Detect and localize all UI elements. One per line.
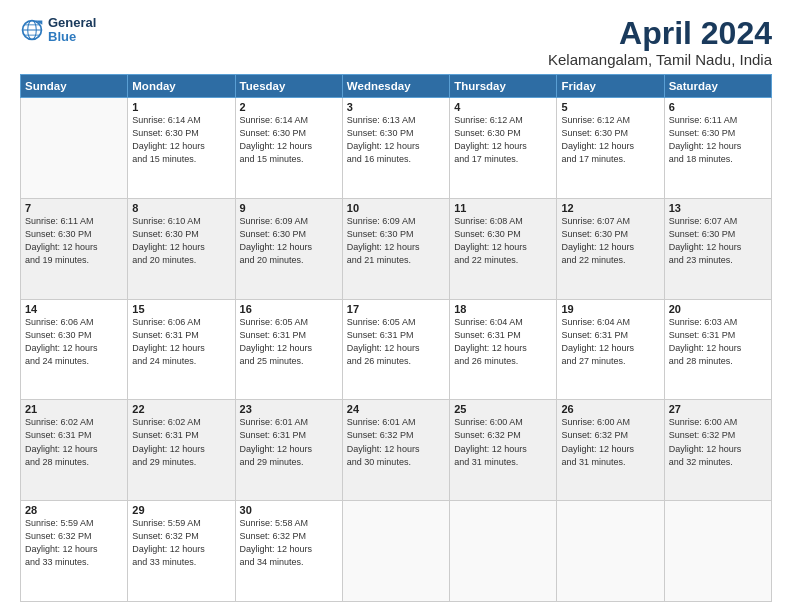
logo-line1: General [48,16,96,30]
day-info: Sunrise: 6:01 AM Sunset: 6:31 PM Dayligh… [240,416,338,468]
main-title: April 2024 [548,16,772,51]
day-number: 5 [561,101,659,113]
table-row [342,501,449,602]
table-row: 19Sunrise: 6:04 AM Sunset: 6:31 PM Dayli… [557,299,664,400]
day-info: Sunrise: 6:13 AM Sunset: 6:30 PM Dayligh… [347,114,445,166]
day-info: Sunrise: 6:09 AM Sunset: 6:30 PM Dayligh… [240,215,338,267]
header: General Blue April 2024 Kelamangalam, Ta… [20,16,772,68]
col-thursday: Thursday [450,75,557,98]
day-info: Sunrise: 5:59 AM Sunset: 6:32 PM Dayligh… [25,517,123,569]
table-row: 1Sunrise: 6:14 AM Sunset: 6:30 PM Daylig… [128,98,235,199]
day-number: 3 [347,101,445,113]
day-info: Sunrise: 6:11 AM Sunset: 6:30 PM Dayligh… [25,215,123,267]
table-row: 21Sunrise: 6:02 AM Sunset: 6:31 PM Dayli… [21,400,128,501]
table-row: 29Sunrise: 5:59 AM Sunset: 6:32 PM Dayli… [128,501,235,602]
table-row: 3Sunrise: 6:13 AM Sunset: 6:30 PM Daylig… [342,98,449,199]
table-row: 14Sunrise: 6:06 AM Sunset: 6:30 PM Dayli… [21,299,128,400]
day-number: 8 [132,202,230,214]
day-info: Sunrise: 6:04 AM Sunset: 6:31 PM Dayligh… [454,316,552,368]
day-number: 2 [240,101,338,113]
table-row [450,501,557,602]
table-row: 23Sunrise: 6:01 AM Sunset: 6:31 PM Dayli… [235,400,342,501]
day-number: 11 [454,202,552,214]
table-row [21,98,128,199]
day-number: 4 [454,101,552,113]
day-info: Sunrise: 6:07 AM Sunset: 6:30 PM Dayligh… [669,215,767,267]
week-row-5: 28Sunrise: 5:59 AM Sunset: 6:32 PM Dayli… [21,501,772,602]
day-number: 20 [669,303,767,315]
col-sunday: Sunday [21,75,128,98]
day-info: Sunrise: 6:12 AM Sunset: 6:30 PM Dayligh… [561,114,659,166]
table-row [557,501,664,602]
day-number: 1 [132,101,230,113]
day-number: 30 [240,504,338,516]
day-info: Sunrise: 6:06 AM Sunset: 6:31 PM Dayligh… [132,316,230,368]
day-number: 25 [454,403,552,415]
day-info: Sunrise: 6:10 AM Sunset: 6:30 PM Dayligh… [132,215,230,267]
logo: General Blue [20,16,96,45]
logo-line2: Blue [48,30,96,44]
table-row: 13Sunrise: 6:07 AM Sunset: 6:30 PM Dayli… [664,198,771,299]
table-row: 25Sunrise: 6:00 AM Sunset: 6:32 PM Dayli… [450,400,557,501]
col-wednesday: Wednesday [342,75,449,98]
day-number: 21 [25,403,123,415]
subtitle: Kelamangalam, Tamil Nadu, India [548,51,772,68]
day-number: 27 [669,403,767,415]
day-info: Sunrise: 6:00 AM Sunset: 6:32 PM Dayligh… [454,416,552,468]
day-number: 14 [25,303,123,315]
day-info: Sunrise: 6:12 AM Sunset: 6:30 PM Dayligh… [454,114,552,166]
logo-icon [20,18,44,42]
week-row-3: 14Sunrise: 6:06 AM Sunset: 6:30 PM Dayli… [21,299,772,400]
day-info: Sunrise: 6:01 AM Sunset: 6:32 PM Dayligh… [347,416,445,468]
day-info: Sunrise: 6:09 AM Sunset: 6:30 PM Dayligh… [347,215,445,267]
col-tuesday: Tuesday [235,75,342,98]
day-info: Sunrise: 6:04 AM Sunset: 6:31 PM Dayligh… [561,316,659,368]
day-info: Sunrise: 5:59 AM Sunset: 6:32 PM Dayligh… [132,517,230,569]
table-row: 15Sunrise: 6:06 AM Sunset: 6:31 PM Dayli… [128,299,235,400]
table-row: 10Sunrise: 6:09 AM Sunset: 6:30 PM Dayli… [342,198,449,299]
day-info: Sunrise: 6:07 AM Sunset: 6:30 PM Dayligh… [561,215,659,267]
day-info: Sunrise: 6:00 AM Sunset: 6:32 PM Dayligh… [669,416,767,468]
day-info: Sunrise: 6:05 AM Sunset: 6:31 PM Dayligh… [240,316,338,368]
table-row: 16Sunrise: 6:05 AM Sunset: 6:31 PM Dayli… [235,299,342,400]
day-info: Sunrise: 6:06 AM Sunset: 6:30 PM Dayligh… [25,316,123,368]
day-number: 18 [454,303,552,315]
day-info: Sunrise: 6:00 AM Sunset: 6:32 PM Dayligh… [561,416,659,468]
table-row: 12Sunrise: 6:07 AM Sunset: 6:30 PM Dayli… [557,198,664,299]
header-row: Sunday Monday Tuesday Wednesday Thursday… [21,75,772,98]
table-row: 18Sunrise: 6:04 AM Sunset: 6:31 PM Dayli… [450,299,557,400]
day-number: 15 [132,303,230,315]
day-info: Sunrise: 6:02 AM Sunset: 6:31 PM Dayligh… [25,416,123,468]
week-row-1: 1Sunrise: 6:14 AM Sunset: 6:30 PM Daylig… [21,98,772,199]
calendar-table: Sunday Monday Tuesday Wednesday Thursday… [20,74,772,602]
title-block: April 2024 Kelamangalam, Tamil Nadu, Ind… [548,16,772,68]
table-row: 5Sunrise: 6:12 AM Sunset: 6:30 PM Daylig… [557,98,664,199]
day-info: Sunrise: 6:11 AM Sunset: 6:30 PM Dayligh… [669,114,767,166]
day-info: Sunrise: 6:14 AM Sunset: 6:30 PM Dayligh… [132,114,230,166]
table-row: 6Sunrise: 6:11 AM Sunset: 6:30 PM Daylig… [664,98,771,199]
table-row: 4Sunrise: 6:12 AM Sunset: 6:30 PM Daylig… [450,98,557,199]
table-row [664,501,771,602]
table-row: 26Sunrise: 6:00 AM Sunset: 6:32 PM Dayli… [557,400,664,501]
day-info: Sunrise: 6:03 AM Sunset: 6:31 PM Dayligh… [669,316,767,368]
table-row: 27Sunrise: 6:00 AM Sunset: 6:32 PM Dayli… [664,400,771,501]
table-row: 8Sunrise: 6:10 AM Sunset: 6:30 PM Daylig… [128,198,235,299]
day-number: 10 [347,202,445,214]
table-row: 17Sunrise: 6:05 AM Sunset: 6:31 PM Dayli… [342,299,449,400]
col-saturday: Saturday [664,75,771,98]
table-row: 22Sunrise: 6:02 AM Sunset: 6:31 PM Dayli… [128,400,235,501]
table-row: 20Sunrise: 6:03 AM Sunset: 6:31 PM Dayli… [664,299,771,400]
day-number: 22 [132,403,230,415]
day-info: Sunrise: 6:05 AM Sunset: 6:31 PM Dayligh… [347,316,445,368]
col-monday: Monday [128,75,235,98]
col-friday: Friday [557,75,664,98]
day-number: 19 [561,303,659,315]
day-number: 28 [25,504,123,516]
day-number: 29 [132,504,230,516]
table-row: 11Sunrise: 6:08 AM Sunset: 6:30 PM Dayli… [450,198,557,299]
day-number: 9 [240,202,338,214]
table-row: 9Sunrise: 6:09 AM Sunset: 6:30 PM Daylig… [235,198,342,299]
table-row: 28Sunrise: 5:59 AM Sunset: 6:32 PM Dayli… [21,501,128,602]
page: General Blue April 2024 Kelamangalam, Ta… [0,0,792,612]
day-number: 26 [561,403,659,415]
